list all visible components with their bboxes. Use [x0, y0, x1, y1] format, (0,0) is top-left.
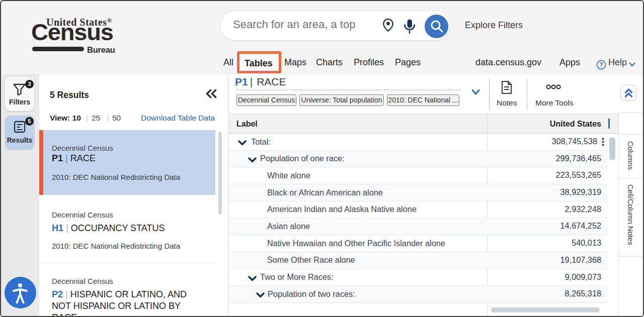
svg-text:?: ?: [599, 61, 603, 68]
